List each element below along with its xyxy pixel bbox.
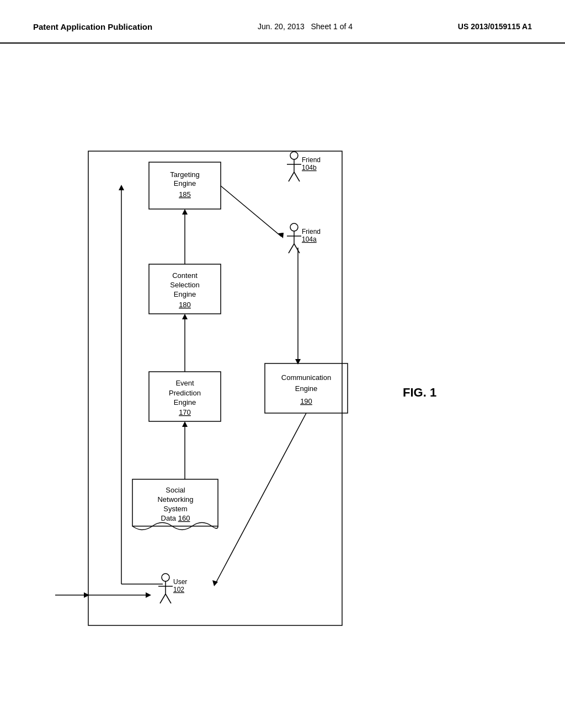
content-label-2: Selection: [170, 281, 199, 289]
svg-line-23: [289, 172, 294, 181]
svg-line-28: [289, 244, 294, 253]
svg-line-34: [166, 594, 171, 603]
social-label-1: Social: [166, 486, 185, 494]
date-sheet: Jun. 20, 2013 Sheet 1 of 4: [258, 22, 353, 31]
friend-104a-number: 104a: [302, 235, 317, 243]
user-102-label: User: [173, 578, 187, 586]
targeting-label-1: Targeting: [170, 170, 199, 179]
svg-marker-2: [182, 421, 188, 427]
svg-marker-8: [278, 233, 284, 238]
svg-point-30: [162, 574, 169, 581]
friend-104b-figure: Friend 104b: [287, 152, 321, 181]
content-label-1: Content: [172, 271, 198, 280]
content-label-3: Engine: [174, 290, 196, 298]
svg-marker-15: [119, 185, 124, 190]
comm-label-2: Engine: [295, 384, 317, 393]
targeting-label-3: 185: [179, 190, 191, 199]
social-label-4: Data 160: [161, 514, 190, 522]
svg-point-25: [290, 223, 298, 231]
patent-diagram: Targeting Engine 185 Content Selection E…: [0, 44, 565, 694]
svg-point-20: [290, 152, 298, 159]
diagram-area: Targeting Engine 185 Content Selection E…: [0, 44, 565, 694]
svg-marker-17: [146, 592, 151, 598]
friend-104b-label: Friend: [302, 156, 321, 164]
comm-label-1: Communication: [281, 373, 331, 382]
targeting-label-2: Engine: [174, 179, 196, 188]
event-label-1: Event: [175, 379, 194, 387]
svg-line-33: [160, 594, 166, 603]
figure-label: FIG. 1: [403, 386, 436, 399]
publication-label: Patent Application Publication: [33, 22, 152, 31]
patent-number: US 2013/0159115 A1: [458, 22, 532, 31]
user-102-number: 102: [173, 586, 184, 593]
event-label-2: Prediction: [169, 389, 201, 397]
svg-marker-6: [182, 209, 188, 215]
user-102-figure: User 102: [158, 574, 187, 603]
event-label-3: Engine: [174, 398, 196, 406]
friend-104a-figure: Friend 104a: [287, 223, 321, 253]
content-label-4: 180: [179, 301, 191, 309]
svg-marker-4: [182, 314, 188, 319]
svg-line-24: [294, 172, 300, 181]
page-header: Patent Application Publication Jun. 20, …: [0, 0, 565, 44]
friend-104b-number: 104b: [302, 164, 317, 172]
comm-label-3: 190: [300, 397, 312, 405]
svg-line-7: [221, 186, 281, 237]
svg-line-29: [294, 244, 300, 253]
friend-104a-label: Friend: [302, 228, 321, 235]
event-label-4: 170: [179, 408, 191, 416]
social-label-3: System: [163, 505, 187, 513]
svg-line-11: [215, 413, 306, 584]
social-label-2: Networking: [157, 495, 193, 504]
